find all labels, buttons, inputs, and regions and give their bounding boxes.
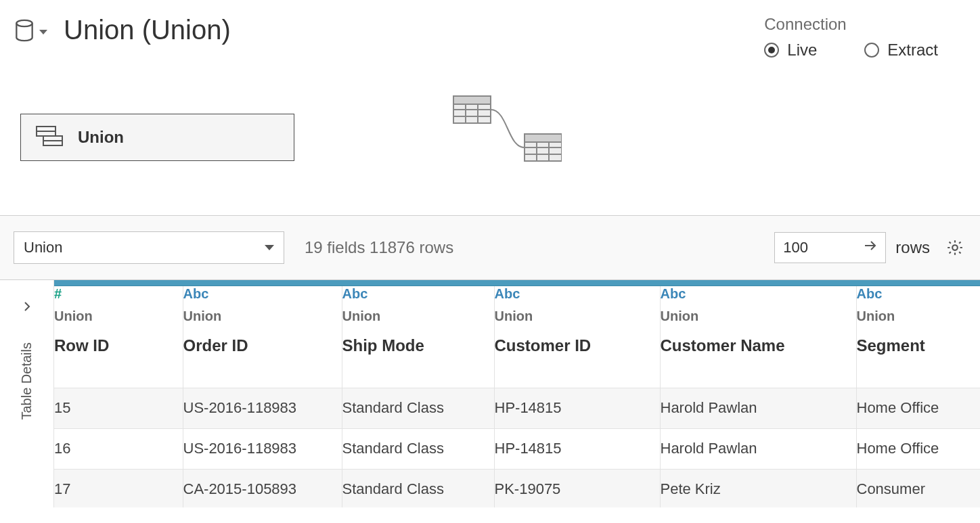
datasource-title[interactable]: Union (Union) — [64, 15, 748, 45]
text-type-icon: Abc — [857, 286, 981, 302]
text-type-icon: Abc — [495, 286, 660, 302]
data-preview-table: # Union Row ID Abc Union Order ID Abc Un… — [54, 286, 980, 507]
svg-rect-12 — [525, 134, 562, 142]
cell-customer-id: HP-14815 — [494, 388, 660, 428]
column-name: Order ID — [183, 336, 342, 355]
gear-icon — [946, 239, 964, 256]
expand-table-details-button[interactable] — [21, 300, 33, 315]
cell-segment: Consumer — [856, 469, 980, 507]
column-source: Union — [495, 309, 660, 324]
rows-limit-input[interactable]: 100 — [774, 232, 886, 263]
column-header-ship-mode[interactable]: Abc Union Ship Mode — [342, 286, 494, 388]
svg-rect-6 — [453, 96, 491, 104]
union-icon — [36, 126, 63, 149]
number-type-icon: # — [54, 286, 183, 302]
cell-ship-mode: Standard Class — [342, 428, 494, 469]
column-header-row-id[interactable]: # Union Row ID — [54, 286, 183, 388]
cell-ship-mode: Standard Class — [342, 469, 494, 507]
column-name: Row ID — [54, 336, 183, 355]
column-source: Union — [857, 309, 981, 324]
radio-unselected-icon — [864, 43, 879, 58]
cell-customer-name: Harold Pawlan — [660, 388, 856, 428]
svg-point-18 — [952, 245, 958, 250]
table-details-tab-label[interactable]: Table Details — [19, 342, 35, 420]
cell-customer-name: Harold Pawlan — [660, 428, 856, 469]
cell-row-id: 15 — [54, 388, 183, 428]
column-source: Union — [342, 309, 494, 324]
database-menu[interactable] — [15, 19, 47, 45]
column-name: Customer Name — [661, 336, 856, 355]
radio-selected-icon — [764, 43, 779, 58]
connection-live-label: Live — [787, 41, 817, 60]
column-header-order-id[interactable]: Abc Union Order ID — [183, 286, 342, 388]
table-selector-value: Union — [24, 239, 62, 256]
connection-extract-option[interactable]: Extract — [864, 41, 938, 60]
join-graphic-icon — [450, 93, 562, 170]
column-name: Ship Mode — [342, 336, 494, 355]
cell-order-id: US-2016-118983 — [183, 428, 342, 469]
rows-limit-value: 100 — [783, 239, 808, 256]
column-name: Segment — [857, 336, 981, 355]
arrow-right-icon — [864, 239, 877, 256]
cell-customer-id: HP-14815 — [494, 428, 660, 469]
table-row[interactable]: 16 US-2016-118983 Standard Class HP-1481… — [54, 428, 980, 469]
cell-ship-mode: Standard Class — [342, 388, 494, 428]
svg-point-0 — [16, 20, 32, 26]
cell-segment: Home Office — [856, 388, 980, 428]
table-row[interactable]: 15 US-2016-118983 Standard Class HP-1481… — [54, 388, 980, 428]
chevron-down-icon — [39, 30, 47, 35]
field-row-summary: 19 fields 11876 rows — [305, 238, 453, 257]
union-pill-label: Union — [78, 128, 124, 147]
cell-customer-id: PK-19075 — [494, 469, 660, 507]
table-row[interactable]: 17 CA-2015-105893 Standard Class PK-1907… — [54, 469, 980, 507]
cell-customer-name: Pete Kriz — [660, 469, 856, 507]
column-header-segment[interactable]: Abc Union Segment — [856, 286, 980, 388]
connection-live-option[interactable]: Live — [764, 41, 817, 60]
column-source: Union — [183, 309, 342, 324]
cell-order-id: US-2016-118983 — [183, 388, 342, 428]
connection-label: Connection — [764, 15, 938, 34]
rows-label: rows — [895, 238, 930, 257]
column-header-customer-name[interactable]: Abc Union Customer Name — [660, 286, 856, 388]
union-table-pill[interactable]: Union — [20, 114, 294, 161]
grid-header-accent — [54, 280, 980, 286]
cell-row-id: 17 — [54, 469, 183, 507]
database-icon — [15, 19, 34, 45]
chevron-down-icon — [265, 245, 274, 250]
column-source: Union — [54, 309, 183, 324]
cell-order-id: CA-2015-105893 — [183, 469, 342, 507]
cell-segment: Home Office — [856, 428, 980, 469]
column-header-customer-id[interactable]: Abc Union Customer ID — [494, 286, 660, 388]
text-type-icon: Abc — [183, 286, 342, 302]
grid-settings-button[interactable] — [939, 239, 966, 256]
column-source: Union — [661, 309, 856, 324]
text-type-icon: Abc — [342, 286, 494, 302]
text-type-icon: Abc — [661, 286, 856, 302]
cell-row-id: 16 — [54, 428, 183, 469]
data-model-canvas[interactable]: Union — [0, 60, 980, 215]
column-name: Customer ID — [495, 336, 660, 355]
table-selector-dropdown[interactable]: Union — [14, 231, 284, 264]
connection-extract-label: Extract — [887, 41, 938, 60]
